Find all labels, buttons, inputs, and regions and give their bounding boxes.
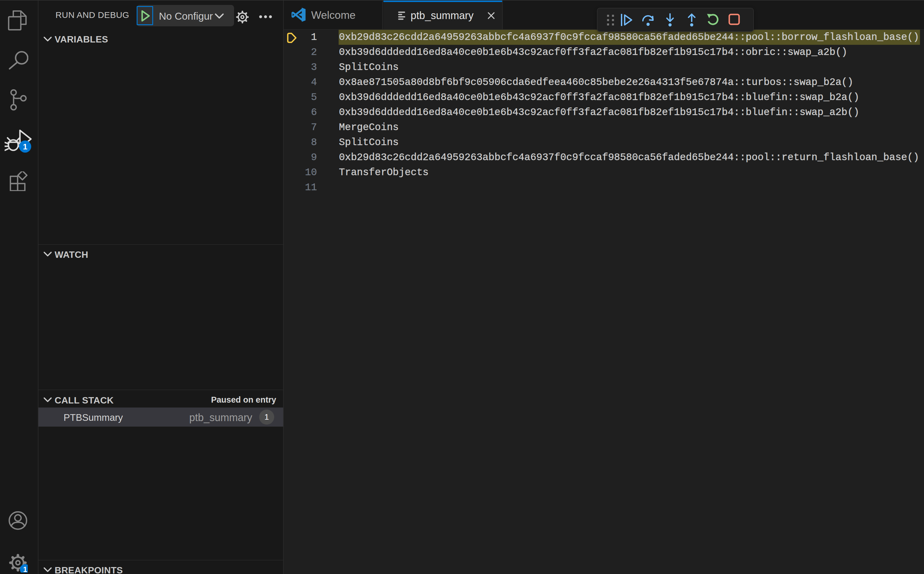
svg-text:1: 1 [23,142,27,151]
svg-text:1: 1 [23,565,27,572]
